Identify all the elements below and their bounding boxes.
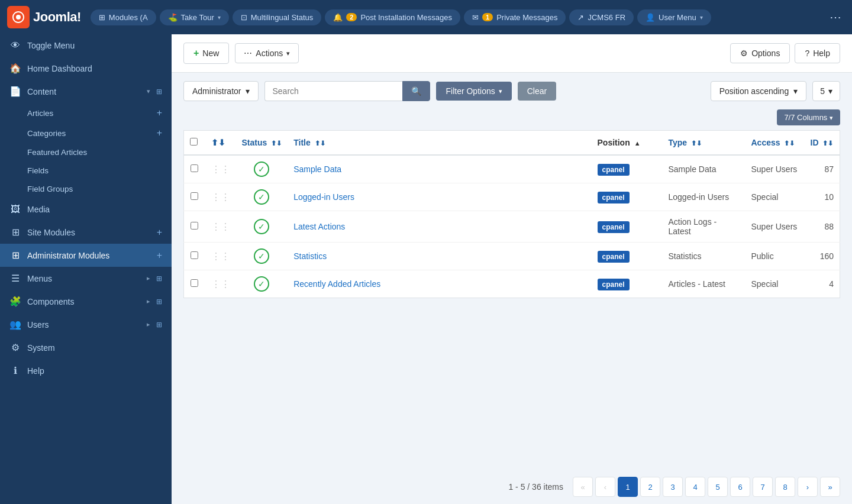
th-status[interactable]: Status ⬆⬇ [236, 131, 288, 156]
row-checkbox[interactable] [191, 279, 198, 287]
sidebar-item-administrator-modules[interactable]: ⊞ Administrator Modules + [0, 244, 172, 267]
clear-button[interactable]: Clear [518, 82, 556, 101]
filter-options-button[interactable]: Filter Options ▾ [436, 82, 511, 101]
status-check-button[interactable]: ✓ [254, 248, 269, 264]
page-1-button[interactable]: 1 [618, 477, 638, 497]
page-7-button[interactable]: 7 [753, 477, 773, 497]
search-button[interactable]: 🔍 [402, 81, 430, 101]
th-access[interactable]: Access ⬆⬇ [746, 131, 805, 156]
joomla-logo-icon [7, 6, 30, 28]
sort-icon: ⬆⬇ [784, 140, 795, 147]
multilingual-status-button[interactable]: ⊡ Multilingual Status [233, 9, 322, 25]
th-type[interactable]: Type ⬆⬇ [663, 131, 746, 156]
toolbar: + New ⋯ Actions ▾ ⚙ Options ? Help [172, 34, 852, 73]
actions-button[interactable]: ⋯ Actions ▾ [235, 43, 299, 63]
select-all-checkbox[interactable] [190, 138, 198, 146]
drag-handle[interactable]: ⋮⋮ [211, 164, 230, 175]
cpanel-badge: cpanel [598, 221, 630, 233]
page-8-button[interactable]: 8 [775, 477, 795, 497]
page-prev-button[interactable]: ‹ [595, 477, 615, 497]
row-type-cell: Action Logs - Latest [663, 211, 746, 243]
new-button[interactable]: + New [183, 43, 229, 64]
page-3-button[interactable]: 3 [663, 477, 683, 497]
sidebar-item-home-dashboard[interactable]: 🏠 Home Dashboard [0, 57, 172, 80]
help-button[interactable]: ? Help [795, 43, 840, 63]
sidebar-item-toggle-menu[interactable]: 👁 Toggle Menu [0, 34, 172, 57]
table-row: ⋮⋮ ✓ Recently Added Articles cpanel Arti… [184, 270, 840, 298]
page-last-button[interactable]: » [820, 477, 840, 497]
toolbar-right: ⚙ Options ? Help [730, 43, 840, 63]
page-6-button[interactable]: 6 [730, 477, 750, 497]
sidebar-item-content[interactable]: 📄 Content ▾ ⊞ [0, 80, 172, 103]
drag-handle[interactable]: ⋮⋮ [211, 251, 230, 261]
columns-button[interactable]: 7/7 Columns ▾ [777, 109, 840, 125]
page-4-button[interactable]: 4 [685, 477, 705, 497]
sidebar-item-users[interactable]: 👥 Users ▸ ⊞ [0, 313, 172, 336]
th-order: ⬆⬇ [205, 131, 236, 156]
take-tour-button[interactable]: ⛳ Take Tour ▾ [160, 9, 229, 25]
table-row: ⋮⋮ ✓ Logged-in Users cpanel Logged-in Us… [184, 183, 840, 211]
module-title-link[interactable]: Recently Added Articles [293, 279, 380, 289]
sidebar-item-site-modules[interactable]: ⊞ Site Modules + [0, 221, 172, 244]
drag-handle[interactable]: ⋮⋮ [211, 222, 230, 232]
logo[interactable]: Joomla! [7, 6, 81, 28]
status-check-button[interactable]: ✓ [254, 189, 269, 205]
page-5-button[interactable]: 5 [708, 477, 728, 497]
system-icon: ⚙ [9, 342, 21, 353]
page-first-button[interactable]: « [573, 477, 593, 497]
module-type: Action Logs - Latest [669, 217, 717, 236]
row-checkbox-cell [184, 155, 205, 183]
multilingual-label: Multilingual Status [251, 13, 314, 22]
row-position-cell: cpanel [592, 270, 663, 298]
sidebar-item-media[interactable]: 🖼 Media [0, 198, 172, 221]
administrator-filter[interactable]: Administrator ▾ [183, 81, 259, 101]
drag-handle[interactable]: ⋮⋮ [211, 192, 230, 202]
th-position[interactable]: Position ▲ [592, 131, 663, 156]
module-access: Super Users [751, 164, 798, 174]
chevron-down-icon: ▾ [218, 14, 221, 21]
sidebar-item-articles[interactable]: Articles + [27, 103, 172, 123]
row-checkbox[interactable] [191, 222, 198, 230]
sidebar-item-components[interactable]: 🧩 Components ▸ ⊞ [0, 290, 172, 313]
help-icon: ℹ [9, 365, 21, 376]
more-options-button[interactable]: ⋯ [826, 7, 845, 28]
row-checkbox[interactable] [191, 192, 198, 200]
sidebar-item-featured-articles[interactable]: Featured Articles [27, 143, 172, 161]
page-next-button[interactable]: › [798, 477, 818, 497]
sidebar-item-menus[interactable]: ☰ Menus ▸ ⊞ [0, 267, 172, 290]
order-sort-icon[interactable]: ⬆⬇ [211, 138, 225, 147]
status-check-button[interactable]: ✓ [254, 276, 269, 292]
sidebar-item-categories[interactable]: Categories + [27, 123, 172, 143]
help-label: Help [27, 366, 162, 376]
th-title[interactable]: Title ⬆⬇ [288, 131, 591, 156]
module-title-link[interactable]: Latest Actions [293, 222, 345, 231]
th-id[interactable]: ID ⬆⬇ [805, 131, 840, 156]
sidebar-item-fields[interactable]: Fields [27, 161, 172, 180]
row-checkbox[interactable] [191, 251, 198, 259]
per-page-select[interactable]: 5 ▾ [812, 81, 840, 101]
options-button[interactable]: ⚙ Options [730, 43, 790, 63]
row-checkbox[interactable] [191, 164, 198, 172]
external-link-icon: ↗ [577, 13, 584, 22]
row-type-cell: Logged-in Users [663, 183, 746, 211]
status-check-button[interactable]: ✓ [254, 161, 269, 177]
module-title-link[interactable]: Statistics [293, 251, 327, 261]
page-2-button[interactable]: 2 [640, 477, 660, 497]
module-icon: ⊞ [99, 13, 105, 22]
sidebar-item-system[interactable]: ⚙ System [0, 336, 172, 359]
private-messages-button[interactable]: ✉ 1 Private Messages [464, 9, 566, 25]
sidebar-item-field-groups[interactable]: Field Groups [27, 180, 172, 198]
row-title-cell: Logged-in Users [288, 183, 591, 211]
module-title-link[interactable]: Sample Data [293, 164, 341, 174]
module-title-link[interactable]: Logged-in Users [293, 192, 354, 202]
post-install-button[interactable]: 🔔 2 Post Installation Messages [325, 9, 460, 25]
sort-icon: ⬆⬇ [271, 140, 282, 147]
post-install-label: Post Installation Messages [360, 13, 452, 22]
sidebar-item-help[interactable]: ℹ Help [0, 359, 172, 382]
status-check-button[interactable]: ✓ [254, 219, 269, 234]
sort-select[interactable]: Position ascending ▾ [711, 81, 807, 101]
search-input[interactable] [264, 81, 402, 101]
user-menu-button[interactable]: 👤 User Menu ▾ [637, 9, 711, 25]
jcms-button[interactable]: ↗ JCMS6 FR [569, 9, 634, 25]
drag-handle[interactable]: ⋮⋮ [211, 279, 230, 289]
